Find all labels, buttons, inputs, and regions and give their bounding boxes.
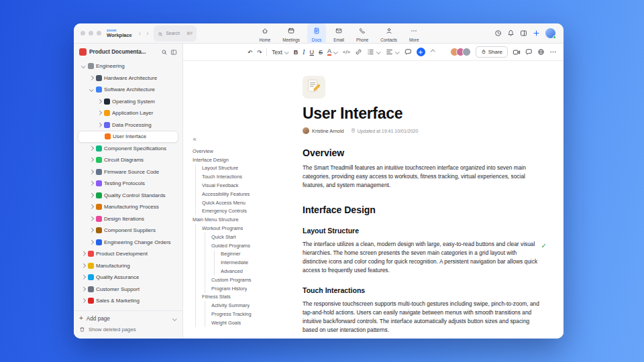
chevron-down-icon[interactable]	[89, 87, 94, 93]
sidebar-item-software-architecture[interactable]: Software Architecture	[74, 84, 182, 96]
chevron-right-icon[interactable]	[89, 192, 94, 198]
undo-button[interactable]: ↶	[248, 49, 252, 56]
more-options-button[interactable]	[549, 48, 557, 56]
link-button[interactable]	[355, 48, 362, 56]
sidebar-item-engineering-change-orders[interactable]: Engineering Change Orders	[74, 237, 182, 249]
sidebar-item-data-processing[interactable]: Data Processing	[74, 119, 182, 131]
outline-item-program-history[interactable]: Program History	[193, 284, 296, 293]
chevron-right-icon[interactable]	[97, 99, 102, 104]
sidebar-item-operating-system[interactable]: Operating System	[74, 96, 182, 108]
expand-panel-icon[interactable]	[170, 49, 177, 56]
chevron-right-icon[interactable]	[89, 169, 94, 174]
history-icon[interactable]	[494, 27, 502, 40]
sidebar-item-application-layer[interactable]: Application Layer	[74, 107, 182, 119]
chevron-right-icon[interactable]	[89, 228, 94, 233]
chevron-down-icon[interactable]	[80, 64, 86, 69]
insert-block-button[interactable]	[417, 48, 425, 56]
sidebar-item-user-interface[interactable]: User Interface	[78, 131, 178, 143]
italic-button[interactable]: I	[303, 49, 305, 56]
chevron-right-icon[interactable]	[80, 251, 86, 257]
chevron-down-icon[interactable]	[172, 316, 177, 321]
outline-item-interface-design[interactable]: Interface Design	[193, 156, 296, 164]
outline-item-custom-programs[interactable]: Custom Programs	[193, 276, 296, 284]
chevron-right-icon[interactable]	[89, 145, 94, 151]
sidebar-item-customer-support[interactable]: Customer Support	[74, 284, 182, 296]
outline-item-guided-programs[interactable]: Guided Programs	[193, 241, 296, 250]
outline-item-layout-structure[interactable]: Layout Structure	[193, 164, 296, 173]
outline-item-fitness-stats[interactable]: Fitness Stats	[193, 293, 296, 302]
text-color-button[interactable]: A	[327, 48, 338, 56]
window-controls[interactable]	[80, 31, 101, 36]
align-button[interactable]	[386, 48, 400, 56]
video-button[interactable]	[513, 48, 521, 56]
collaborator-avatar[interactable]	[462, 48, 471, 56]
underline-button[interactable]: U	[310, 49, 315, 56]
text-style-dropdown[interactable]: Text	[272, 49, 289, 56]
outline-item-intermediate[interactable]: Intermediate	[193, 258, 296, 267]
outline-item-activity-summary[interactable]: Activity Summary	[193, 301, 296, 310]
bold-button[interactable]: B	[294, 49, 299, 56]
sidebar-item-testing-protocols[interactable]: Testing Protocols	[74, 178, 182, 190]
outline-item-touch-interactions[interactable]: Touch Interactions	[193, 172, 296, 181]
outline-item-workout-programs[interactable]: Workout Programs	[193, 224, 296, 233]
chevron-right-icon[interactable]	[80, 275, 86, 280]
chevron-right-icon[interactable]	[89, 216, 94, 221]
sidebar-item-component-specifications[interactable]: Component Specifications	[74, 143, 182, 155]
outline-item-visual-feedback[interactable]: Visual Feedback	[193, 181, 296, 190]
collapse-toolbar-icon[interactable]	[430, 50, 435, 55]
code-button[interactable]: </>	[343, 49, 350, 55]
chevron-right-icon[interactable]	[89, 75, 94, 80]
tab-home[interactable]: Home	[254, 23, 275, 44]
chevron-right-icon[interactable]	[97, 122, 102, 127]
tab-email[interactable]: Email	[329, 23, 349, 44]
chevron-right-icon[interactable]	[97, 111, 102, 116]
outline-item-overview[interactable]: Overview	[193, 147, 296, 156]
tab-docs[interactable]: Docs	[307, 23, 326, 44]
sidebar-item-quality-assurance[interactable]: Quality Assurance	[74, 272, 182, 284]
outline-item-progress-tracking[interactable]: Progress Tracking	[193, 310, 296, 318]
chevron-right-icon[interactable]	[89, 239, 94, 245]
sidebar-item-product-development[interactable]: Product Development	[74, 248, 182, 260]
sidebar-item-circuit-diagrams[interactable]: Circuit Diagrams	[74, 154, 182, 166]
tab-contacts[interactable]: Contacts	[376, 23, 402, 44]
close-window-icon[interactable]	[80, 31, 85, 36]
tab-phone[interactable]: Phone	[352, 23, 373, 44]
sidebar-item-sales-marketing[interactable]: Sales & Marketing	[74, 295, 182, 307]
outline-item-emergency-controls[interactable]: Emergency Controls	[193, 207, 296, 216]
minimize-window-icon[interactable]	[89, 31, 93, 36]
chevron-right-icon[interactable]	[89, 204, 94, 210]
new-item-icon[interactable]	[533, 27, 540, 40]
outline-item-beginner[interactable]: Beginner	[193, 250, 296, 259]
chevron-right-icon[interactable]	[80, 286, 86, 292]
add-page-button[interactable]: + Add page	[79, 313, 177, 324]
share-button[interactable]: Share	[476, 46, 508, 58]
notifications-icon[interactable]	[507, 27, 515, 40]
sidebar-item-engineering[interactable]: Engineering	[74, 60, 182, 72]
sidebar-item-manufacturing[interactable]: Manufacturing	[74, 260, 182, 272]
zoom-window-icon[interactable]	[97, 31, 101, 36]
global-search-input[interactable]: Search ⌘F	[154, 25, 197, 42]
paragraph-touch-interactions[interactable]: The responsive touchscreen supports mult…	[303, 300, 543, 335]
outline-item-weight-goals[interactable]: Weight Goals	[193, 318, 296, 327]
chevron-right-icon[interactable]	[89, 158, 94, 163]
sidebar-item-firmware-source-code[interactable]: Firmware Source Code	[74, 166, 182, 178]
tab-meetings[interactable]: Meetings	[278, 23, 305, 44]
comments-panel-button[interactable]	[525, 48, 533, 56]
tab-more[interactable]: More	[405, 23, 423, 44]
show-deleted-pages-button[interactable]: Show deleted pages	[79, 324, 177, 335]
redo-button[interactable]: ↷	[257, 49, 262, 56]
outline-item-advanced[interactable]: Advanced	[193, 267, 296, 276]
chevron-right-icon[interactable]	[89, 181, 94, 186]
sidebar-item-quality-control-standards[interactable]: Quality Control Standards	[74, 190, 182, 202]
resolved-check-icon[interactable]: ✓	[541, 242, 547, 249]
sidebar-search-icon[interactable]	[161, 49, 168, 56]
forward-icon[interactable]: ›	[146, 29, 148, 37]
doc-content[interactable]: User Interface Kristine Arnold Updated a…	[303, 76, 543, 335]
sidebar-item-design-iterations[interactable]: Design Iterations	[74, 213, 182, 225]
outline-item-main-menu-structure[interactable]: Main Menu Structure	[193, 215, 296, 224]
collapse-outline-icon[interactable]: «	[193, 135, 197, 143]
sidebar-item-manufacturing-process[interactable]: Manufacturing Process	[74, 201, 182, 213]
chevron-right-icon[interactable]	[80, 298, 86, 304]
comment-button[interactable]	[405, 48, 412, 56]
chevron-right-icon[interactable]	[80, 263, 86, 268]
